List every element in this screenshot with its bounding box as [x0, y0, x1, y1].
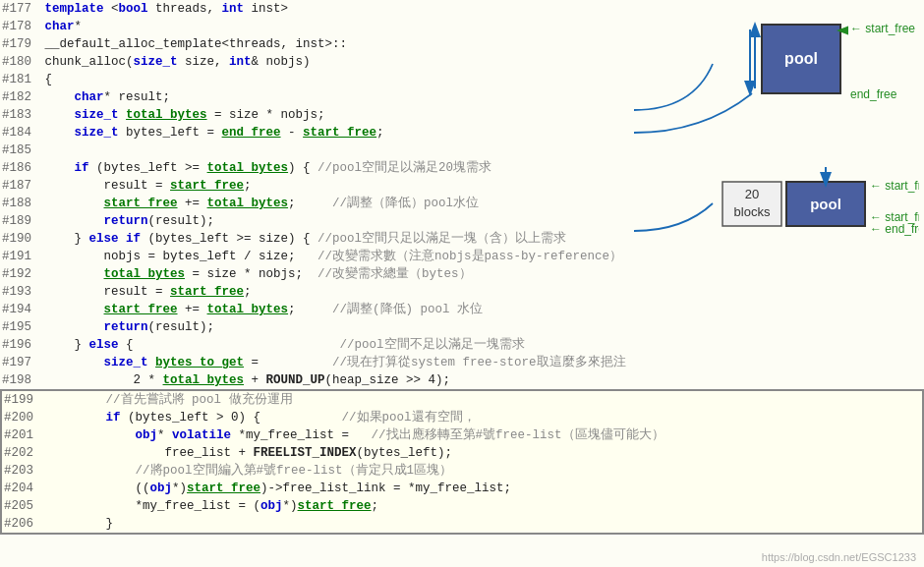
line-number: #195: [0, 318, 37, 336]
line-number: #192: [0, 265, 37, 283]
line-text: free_list + FREELIST_INDEX(bytes_left);: [39, 444, 922, 462]
code-line: #194 start_free += total_bytes; //調整(降低)…: [0, 301, 924, 318]
line-text: start_free += total_bytes; //調整(降低) pool…: [37, 301, 924, 318]
line-number: #202: [2, 444, 39, 462]
code-line: #195 return(result);: [0, 318, 924, 336]
line-number: #200: [2, 409, 39, 426]
code-line: #197 size_t bytes_to_get = //現在打算從system…: [0, 354, 924, 371]
code-line: #189 return(result);: [0, 212, 924, 230]
line-text: __default_alloc_template<threads, inst>:…: [37, 35, 924, 53]
line-text: start_free += total_bytes; //調整（降低）pool水…: [37, 195, 924, 212]
code-line: #203 //將pool空間編入第#號free-list（肯定只成1區塊）: [0, 462, 924, 480]
line-text: } else if (bytes_left >= size) { //pool空…: [37, 230, 924, 248]
line-number: #206: [2, 515, 39, 533]
code-line: #192 total_bytes = size * nobjs; //改變需求總…: [0, 265, 924, 283]
code-line: #205 *my_free_list = (obj*)start_free;: [0, 497, 924, 515]
line-number: #187: [0, 177, 37, 195]
line-text: size_t bytes_to_get = //現在打算從system free…: [37, 354, 924, 371]
line-text: total_bytes = size * nobjs; //改變需求總量（byt…: [37, 265, 924, 283]
code-line: #191 nobjs = bytes_left / size; //改變需求數（…: [0, 248, 924, 265]
line-text: obj* volatile *my_free_list = //找出應移轉至第#…: [39, 426, 922, 444]
line-number: #185: [0, 142, 37, 159]
line-number: #184: [0, 124, 37, 142]
code-line: #188 start_free += total_bytes; //調整（降低）…: [0, 195, 924, 212]
line-text: size_t bytes_left = end_free - start_fre…: [37, 124, 924, 142]
code-line: #182 char* result;: [0, 88, 924, 106]
line-text: //首先嘗試將 pool 做充份運用: [39, 391, 922, 409]
line-text: //將pool空間編入第#號free-list（肯定只成1區塊）: [39, 462, 922, 480]
line-text: char*: [37, 18, 924, 35]
code-line: #206 }: [0, 515, 924, 535]
code-line: #198 2 * total_bytes + ROUND_UP(heap_siz…: [0, 371, 924, 389]
line-number: #193: [0, 283, 37, 301]
watermark: https://blog.csdn.net/EGSC1233: [762, 551, 916, 563]
code-line: #180 chunk_alloc(size_t size, int& nobjs…: [0, 53, 924, 71]
line-number: #201: [2, 426, 39, 444]
code-line: #204 ((obj*)start_free)->free_list_link …: [0, 480, 924, 497]
code-line: #185: [0, 142, 924, 159]
line-number: #198: [0, 371, 37, 389]
code-area: #177 template <bool threads, int inst>#1…: [0, 0, 924, 567]
line-number: #183: [0, 106, 37, 124]
code-line: #193 result = start_free;: [0, 283, 924, 301]
line-text: return(result);: [37, 318, 924, 336]
line-text: nobjs = bytes_left / size; //改變需求數（注意nob…: [37, 248, 924, 265]
code-line: #199 //首先嘗試將 pool 做充份運用: [0, 389, 924, 409]
line-text: 2 * total_bytes + ROUND_UP(heap_size >> …: [37, 371, 924, 389]
line-text: ((obj*)start_free)->free_list_link = *my…: [39, 480, 922, 497]
code-line: #190 } else if (bytes_left >= size) { //…: [0, 230, 924, 248]
code-line: #184 size_t bytes_left = end_free - star…: [0, 124, 924, 142]
code-line: #177 template <bool threads, int inst>: [0, 0, 924, 18]
line-text: char* result;: [37, 88, 924, 106]
line-text: if (bytes_left >= total_bytes) { //pool空…: [37, 159, 924, 177]
code-line: #179 __default_alloc_template<threads, i…: [0, 35, 924, 53]
line-text: template <bool threads, int inst>: [37, 0, 924, 18]
line-text: [37, 142, 924, 159]
line-number: #178: [0, 18, 37, 35]
code-line: #200 if (bytes_left > 0) { //如果pool還有空間，: [0, 409, 924, 426]
line-text: if (bytes_left > 0) { //如果pool還有空間，: [39, 409, 922, 426]
line-text: {: [37, 71, 924, 88]
line-number: #191: [0, 248, 37, 265]
code-line: #186 if (bytes_left >= total_bytes) { //…: [0, 159, 924, 177]
line-number: #196: [0, 336, 37, 354]
line-text: result = start_free;: [37, 177, 924, 195]
line-number: #186: [0, 159, 37, 177]
line-number: #179: [0, 35, 37, 53]
line-number: #188: [0, 195, 37, 212]
line-number: #197: [0, 354, 37, 371]
line-text: }: [39, 515, 922, 533]
line-number: #189: [0, 212, 37, 230]
code-line: #178 char*: [0, 18, 924, 35]
line-number: #204: [2, 480, 39, 497]
line-number: #190: [0, 230, 37, 248]
line-text: return(result);: [37, 212, 924, 230]
line-text: *my_free_list = (obj*)start_free;: [39, 497, 922, 515]
line-number: #180: [0, 53, 37, 71]
line-number: #181: [0, 71, 37, 88]
code-line: #181 {: [0, 71, 924, 88]
line-number: #194: [0, 301, 37, 318]
line-number: #199: [2, 391, 39, 409]
line-number: #182: [0, 88, 37, 106]
line-number: #205: [2, 497, 39, 515]
line-number: #177: [0, 0, 37, 18]
line-number: #203: [2, 462, 39, 480]
code-line: #183 size_t total_bytes = size * nobjs;: [0, 106, 924, 124]
line-text: } else { //pool空間不足以滿足一塊需求: [37, 336, 924, 354]
code-line: #187 result = start_free;: [0, 177, 924, 195]
line-text: chunk_alloc(size_t size, int& nobjs): [37, 53, 924, 71]
line-text: result = start_free;: [37, 283, 924, 301]
code-line: #201 obj* volatile *my_free_list = //找出應…: [0, 426, 924, 444]
code-line: #196 } else { //pool空間不足以滿足一塊需求: [0, 336, 924, 354]
line-text: size_t total_bytes = size * nobjs;: [37, 106, 924, 124]
code-line: #202 free_list + FREELIST_INDEX(bytes_le…: [0, 444, 924, 462]
